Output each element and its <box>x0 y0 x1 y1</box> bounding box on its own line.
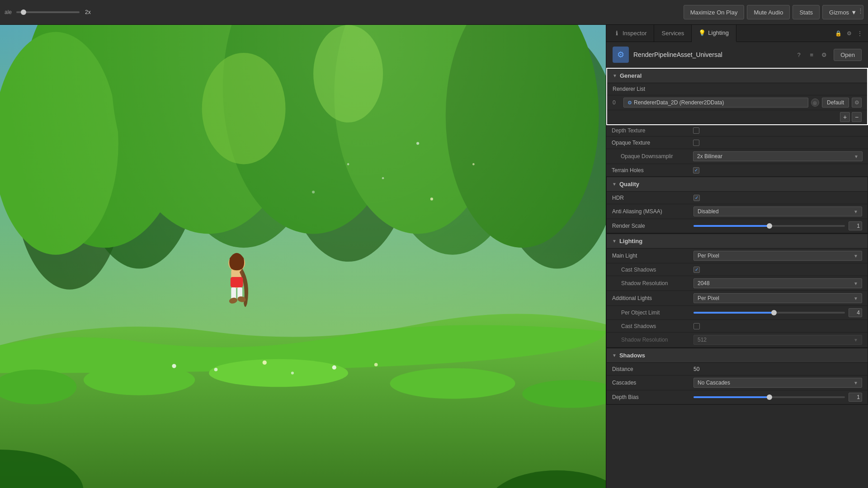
depth-bias-track[interactable] <box>693 396 845 398</box>
main-shadow-res-dropdown[interactable]: 2048 ▼ <box>693 278 862 288</box>
additional-lights-dropdown[interactable]: Per Pixel ▼ <box>693 293 862 303</box>
render-scale-track[interactable] <box>693 225 845 227</box>
svg-rect-31 <box>231 277 243 287</box>
gear2-icon[interactable]: ⚙ <box>819 50 829 60</box>
dropdown-arrow-icon: ▼ <box>854 154 859 159</box>
distance-value: 50 <box>693 366 862 372</box>
settings2-icon[interactable]: ≡ <box>807 50 816 60</box>
scale-label: ale <box>5 9 12 15</box>
depth-bias-number: 1 <box>849 393 862 402</box>
per-object-limit-thumb[interactable] <box>771 310 777 315</box>
header-icons: ? ≡ ⚙ <box>794 50 829 60</box>
general-section: ▼ General Renderer List 0 ⚙ RendererData… <box>606 68 868 125</box>
scale-slider[interactable] <box>16 11 80 13</box>
depth-bias-fill <box>693 396 769 398</box>
stats-button[interactable]: Stats <box>793 5 820 19</box>
quality-section-title: Quality <box>619 181 639 188</box>
renderer-circle-button[interactable]: ◎ <box>811 99 819 107</box>
hdr-value <box>693 195 862 201</box>
per-object-limit-label: Per Object Limit <box>612 310 693 316</box>
anti-aliasing-dropdown[interactable]: Disabled ▼ <box>693 206 862 216</box>
inspector-panel: ℹ Inspector Services 💡 Lighting 🔒 ⚙ ⋮ ⚙ … <box>606 25 868 488</box>
svg-point-27 <box>332 366 336 370</box>
svg-point-24 <box>214 368 218 371</box>
svg-point-17 <box>84 365 195 395</box>
per-object-limit-track[interactable] <box>693 312 845 314</box>
shadows-arrow-icon: ▼ <box>612 353 617 358</box>
add-cast-shadows-row: Cast Shadows <box>607 320 868 333</box>
general-section-header[interactable]: ▼ General <box>607 69 867 83</box>
add-shadow-res-arrow-icon: ▼ <box>854 338 858 343</box>
shadows-section-title: Shadows <box>619 352 645 359</box>
settings-icon[interactable]: ⚙ <box>844 29 854 38</box>
maximize-on-play-button[interactable]: Maximize On Play <box>684 5 745 19</box>
quality-arrow-icon: ▼ <box>612 182 617 187</box>
render-scale-fill <box>693 225 769 227</box>
renderer-gear-icon[interactable]: ⚙ <box>852 98 862 108</box>
distance-label: Distance <box>612 366 693 372</box>
opaque-texture-checkbox[interactable] <box>693 140 699 146</box>
mute-audio-button[interactable]: Mute Audio <box>747 5 790 19</box>
per-object-limit-value: 4 <box>693 308 862 317</box>
render-scale-thumb[interactable] <box>767 223 772 229</box>
renderer-list-header: Renderer List <box>607 83 867 95</box>
cascades-dropdown[interactable]: No Cascades ▼ <box>693 378 862 388</box>
lighting-section-header[interactable]: ▼ Lighting <box>607 234 868 249</box>
inspector-tab-label: Inspector <box>623 30 646 37</box>
tab-actions: 🔒 ⚙ ⋮ <box>834 29 868 38</box>
shadows-section: ▼ Shadows Distance 50 Cascades No Cascad… <box>606 348 868 405</box>
depth-texture-checkbox[interactable] <box>693 127 699 134</box>
main-shadow-res-option: 2048 <box>698 280 710 286</box>
render-scale-row: Render Scale 1 <box>607 219 868 233</box>
top-toolbar: ale 2x Maximize On Play Mute Audio Stats… <box>0 0 868 25</box>
default-button[interactable]: Default <box>822 98 849 108</box>
add-cast-shadows-value <box>693 323 862 329</box>
asset-name: RenderPipelineAsset_Universal <box>633 51 789 58</box>
quality-section-header[interactable]: ▼ Quality <box>607 177 868 192</box>
add-shadow-res-row: Shadow Resolution 512 ▼ <box>607 333 868 347</box>
opaque-downsampling-option: 2x Bilinear <box>697 153 722 160</box>
add-cast-shadows-checkbox[interactable] <box>693 323 700 329</box>
lighting-section: ▼ Lighting Main Light Per Pixel ▼ Cast S <box>606 234 868 348</box>
anti-aliasing-label: Anti Aliasing (MSAA) <box>612 208 693 215</box>
main-cast-shadows-checkbox[interactable] <box>693 267 700 273</box>
opaque-downsampling-dropdown[interactable]: 2x Bilinear ▼ <box>693 151 863 161</box>
terrain-holes-checkbox[interactable] <box>693 167 699 174</box>
help-icon[interactable]: ? <box>794 50 804 60</box>
terrain-holes-label: Terrain Holes <box>612 167 693 174</box>
remove-renderer-button[interactable]: − <box>852 112 862 122</box>
inspector-content: ▼ General Renderer List 0 ⚙ RendererData… <box>606 68 868 488</box>
render-scale-label: Render Scale <box>612 223 693 229</box>
per-object-limit-row: Per Object Limit 4 <box>607 306 868 320</box>
tab-inspector[interactable]: ℹ Inspector <box>606 25 654 42</box>
shadows-section-header[interactable]: ▼ Shadows <box>607 348 868 363</box>
main-cast-shadows-row: Cast Shadows <box>607 263 868 276</box>
general-arrow-icon: ▼ <box>613 73 617 78</box>
svg-point-38 <box>430 197 433 200</box>
lock-icon[interactable]: 🔒 <box>834 29 843 38</box>
cascades-arrow-icon: ▼ <box>854 380 858 385</box>
add-renderer-button[interactable]: + <box>840 112 850 122</box>
main-light-dropdown[interactable]: Per Pixel ▼ <box>693 251 862 261</box>
tab-services[interactable]: Services <box>654 25 692 42</box>
open-button[interactable]: Open <box>834 49 862 61</box>
main-light-label: Main Light <box>612 253 693 259</box>
add-shadow-res-dropdown[interactable]: 512 ▼ <box>693 335 862 345</box>
more-icon[interactable]: ⋮ <box>855 29 864 38</box>
renderer-asset[interactable]: ⚙ RendererData_2D (Renderer2DData) <box>623 98 808 108</box>
forest-scene-svg <box>0 25 606 488</box>
more-options-icon[interactable]: ⋮ <box>858 7 863 14</box>
svg-point-19 <box>390 368 515 399</box>
lighting-tab-icon: 💡 <box>699 30 705 36</box>
renderer-item: 0 ⚙ RendererData_2D (Renderer2DData) ◎ D… <box>607 95 867 110</box>
game-scene <box>0 25 606 488</box>
tab-lighting[interactable]: 💡 Lighting <box>692 25 736 42</box>
per-object-limit-slider-container: 4 <box>693 308 862 317</box>
depth-bias-thumb[interactable] <box>767 394 772 400</box>
hdr-checkbox[interactable] <box>693 195 700 201</box>
distance-number: 50 <box>693 366 699 372</box>
aa-dropdown-arrow-icon: ▼ <box>854 209 858 214</box>
distance-row: Distance 50 <box>607 363 868 375</box>
render-scale-value: 1 <box>693 221 862 230</box>
svg-point-26 <box>291 371 294 374</box>
